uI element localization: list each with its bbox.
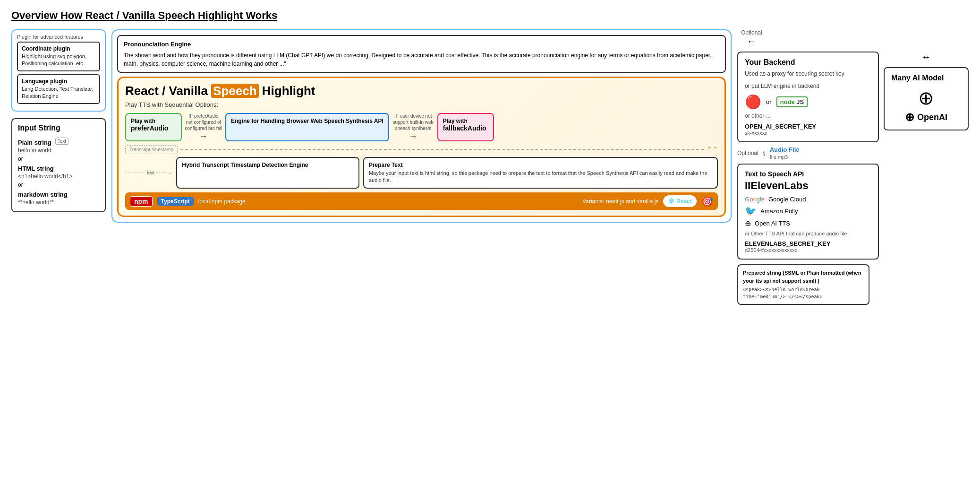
language-plugin: Language plugin Lang Detection, Text Tra…	[17, 74, 100, 104]
markdown-label: markdown string	[18, 191, 99, 198]
orange-main-box: React / Vanilla Speech Highlight Play TT…	[117, 77, 726, 217]
left-panel: Plugin for advanced features Coordinate …	[11, 29, 106, 212]
nodejs-badge: node JS	[776, 96, 808, 107]
left-arrow-top: ←	[747, 36, 756, 47]
pronunciation-text: The shown word and how they pronounce is…	[124, 51, 719, 68]
other-text: or other ...	[745, 113, 871, 119]
ai-title: Many AI Model	[891, 74, 944, 82]
npm-badge: npm	[130, 196, 153, 207]
backend-text1: Used as a proxy for securing secret key	[745, 69, 871, 78]
openai-tts-icon: ⊕	[745, 219, 751, 228]
other-tts-label: or Other TTS API that can produce audio …	[745, 231, 871, 236]
or2: or	[18, 182, 99, 188]
amazon-icon: 🐦	[745, 205, 757, 217]
or1: or	[18, 156, 99, 162]
blue-outer-box: Pronounciation Engine The shown word and…	[111, 29, 732, 223]
react-badge: ⚛ React	[663, 195, 697, 207]
backend-box: Your Backend Used as a proxy for securin…	[737, 52, 879, 142]
prepare-box: Prepare Text Maybe your input text is ht…	[363, 157, 718, 189]
bidir-arrow-top: ↔	[921, 52, 931, 62]
backend-section: Your Backend Used as a proxy for securin…	[737, 52, 879, 260]
transcript-row: Transcript timestamp ⌃⌃	[125, 145, 718, 154]
flow-row: Play with preferAudio IF preferAudio not…	[125, 113, 718, 141]
bidir-arrow-icon: ↔	[921, 52, 931, 62]
optional-middle-connector: Optional ↕ Audio File file.mp3	[737, 146, 879, 160]
optional-top-connector: Optional ←	[737, 29, 762, 47]
coordinate-plugin: Coordinate plugin Highlight using svg po…	[17, 42, 100, 71]
html-string-label: HTML string	[18, 165, 99, 172]
ts-badge: TypeScript	[157, 197, 194, 206]
text-label: Text →	[125, 157, 172, 189]
up-down-arrow: ↕	[762, 149, 766, 157]
backend-text2: or put LLM engine in backend	[745, 82, 871, 90]
play-fallback-box: Play with fallbackAudio	[437, 113, 494, 141]
variants-label: Variants: react js and vanilla js	[582, 198, 658, 205]
audio-filename: file.mp3	[770, 154, 800, 160]
openai-key-value: sk-xxxxxx	[745, 130, 871, 136]
right-section: Optional ← Your Backend Used as a proxy …	[737, 29, 969, 305]
google-icon: Google	[745, 196, 765, 203]
page-title: Overview How React / Vanilla Speech High…	[11, 9, 969, 22]
or-backend: or	[766, 98, 772, 105]
google-provider: Google Google Cloud	[745, 196, 871, 203]
prepare-text: Maybe your input text is html string, so…	[369, 170, 712, 184]
title-highlight: React / Vanilla Speech Highlight	[85, 9, 243, 21]
language-plugin-title: Language plugin	[22, 78, 95, 85]
google-label: Google Cloud	[768, 196, 806, 203]
if-prefer-label: IF preferAudio not configured of configu…	[185, 113, 222, 141]
backend-title: Your Backend	[745, 58, 871, 67]
plain-example: hello \n world	[18, 147, 99, 154]
amazon-provider: 🐦 Amazon Polly	[745, 205, 871, 217]
transcript-label: Transcript timestamp	[125, 145, 178, 154]
backend-logos: 🔴 or node JS	[745, 94, 871, 110]
engine-box: Engine for Handling Browser Web Speech S…	[225, 113, 389, 141]
openai-logo-icon: ⊕	[918, 87, 934, 109]
optional-middle-label: Optional	[737, 150, 758, 156]
bottom-flow-row: Text → Hybrid Transcript Timestamp Detec…	[125, 157, 718, 189]
amazon-label: Amazon Polly	[760, 208, 798, 215]
plugin-box-title: Plugin for advanced features	[17, 34, 100, 40]
pronunciation-title: Pronounciation Engine	[124, 40, 719, 49]
prepared-row: Prepared string (SSML or Plain formatted…	[737, 264, 869, 305]
openai-name: OpenAI	[917, 113, 947, 122]
key-box: OPEN_AI_SECRET_KEY sk-xxxxxx	[745, 123, 871, 136]
right-panels-row: Your Backend Used as a proxy for securin…	[737, 52, 969, 260]
openai-key-name: OPEN_AI_SECRET_KEY	[745, 123, 871, 130]
prepared-box: Prepared string (SSML or Plain formatted…	[737, 264, 869, 305]
laravel-icon: 🔴	[745, 94, 761, 110]
plain-string-label: Plain string	[18, 139, 51, 146]
optional-top-label: Optional	[741, 29, 762, 36]
prepared-title: Prepared string (SSML or Plain formatted…	[743, 269, 864, 285]
pronunciation-box: Pronounciation Engine The shown word and…	[117, 35, 726, 73]
center-area: Pronounciation Engine The shown word and…	[111, 29, 732, 223]
openai-brand: ⊕ OpenAI	[905, 111, 947, 124]
local-npm-label: local npm package	[198, 198, 246, 205]
elevenlabs-key-name: ELEVENLABS_SECRET_KEY	[745, 240, 871, 247]
tts-box: Text to Speech API IIElevenLabs Google G…	[737, 164, 879, 260]
elevenlabs-key-box: ELEVENLABS_SECRET_KEY d25044fxxxxxxxxxxx…	[745, 240, 871, 253]
if-user-label: IF user device not support built-in web …	[392, 113, 435, 141]
play-prefer-box: Play with preferAudio	[125, 113, 182, 141]
language-plugin-text: Lang Detection, Text Translate, Relation…	[22, 86, 95, 100]
react-icon: ⚛	[668, 197, 674, 206]
rightmost-section: ↔ Many AI Model ⊕ ⊕ OpenAI	[884, 52, 969, 260]
text-badge: Text	[55, 138, 68, 145]
tts-title: Text to Speech API	[745, 170, 871, 178]
markdown-example: **hello world**	[18, 199, 99, 206]
prepared-code: <speak><s>hello world<break time="medium…	[743, 286, 864, 300]
main-layout: Plugin for advanced features Coordinate …	[11, 29, 969, 305]
orange-box-title: React / Vanilla Speech Highlight	[125, 84, 718, 98]
input-string-title: Input String	[18, 124, 99, 132]
audio-file-label: Audio File	[770, 146, 800, 153]
pronunciation-row: Pronounciation Engine The shown word and…	[111, 29, 732, 223]
npm-bar: npm TypeScript local npm package Variant…	[125, 192, 718, 210]
audio-file-section: Audio File file.mp3	[770, 146, 800, 160]
tts-brand: IIElevenLabs	[745, 180, 871, 192]
openai-tts-provider: ⊕ Open AI TTS	[745, 219, 871, 228]
plugin-box: Plugin for advanced features Coordinate …	[11, 29, 106, 112]
ai-box: Many AI Model ⊕ ⊕ OpenAI	[884, 67, 969, 130]
coordinate-plugin-title: Coordinate plugin	[22, 45, 95, 52]
input-string-box: Input String Plain string Text hello \n …	[11, 118, 106, 212]
coordinate-plugin-text: Highlight using svg polygon, Positioning…	[22, 53, 95, 68]
hybrid-box: Hybrid Transcript Timestamp Detection En…	[176, 157, 359, 189]
